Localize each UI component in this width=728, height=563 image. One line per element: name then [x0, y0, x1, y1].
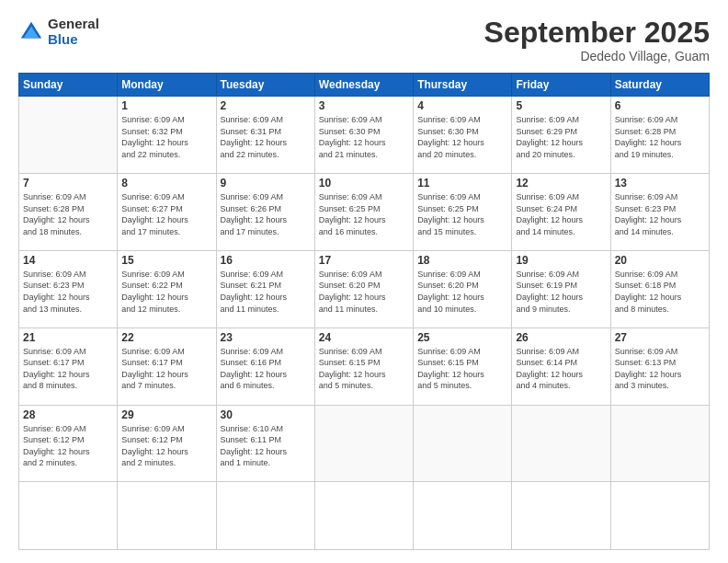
header-friday: Friday: [512, 74, 610, 97]
calendar-row: 7Sunrise: 6:09 AM Sunset: 6:28 PM Daylig…: [19, 174, 710, 251]
day-info: Sunrise: 6:09 AM Sunset: 6:28 PM Dayligh…: [615, 114, 705, 160]
day-info: Sunrise: 6:09 AM Sunset: 6:30 PM Dayligh…: [319, 114, 409, 160]
day-number: 1: [121, 99, 211, 112]
day-info: Sunrise: 6:09 AM Sunset: 6:16 PM Dayligh…: [221, 346, 311, 392]
day-number: 21: [23, 331, 113, 344]
day-info: Sunrise: 6:09 AM Sunset: 6:20 PM Dayligh…: [417, 269, 507, 315]
day-number: 20: [615, 254, 705, 267]
header-sunday: Sunday: [19, 74, 118, 97]
day-info: Sunrise: 6:09 AM Sunset: 6:12 PM Dayligh…: [23, 423, 113, 469]
calendar-row: [19, 482, 710, 550]
calendar-row: 28Sunrise: 6:09 AM Sunset: 6:12 PM Dayli…: [19, 405, 710, 482]
table-row: 28Sunrise: 6:09 AM Sunset: 6:12 PM Dayli…: [19, 405, 118, 482]
table-row: 26Sunrise: 6:09 AM Sunset: 6:14 PM Dayli…: [512, 327, 610, 405]
day-number: 11: [417, 177, 507, 190]
day-number: 23: [221, 331, 311, 344]
table-row: 3Sunrise: 6:09 AM Sunset: 6:30 PM Daylig…: [314, 97, 413, 174]
day-info: Sunrise: 6:09 AM Sunset: 6:32 PM Dayligh…: [121, 114, 211, 160]
day-number: 28: [23, 408, 113, 421]
day-number: 27: [615, 331, 705, 344]
table-row: [414, 405, 512, 482]
table-row: [610, 482, 709, 550]
day-info: Sunrise: 6:09 AM Sunset: 6:28 PM Dayligh…: [23, 191, 113, 237]
day-number: 9: [221, 177, 311, 190]
day-info: Sunrise: 6:09 AM Sunset: 6:25 PM Dayligh…: [417, 191, 507, 237]
header-monday: Monday: [118, 74, 216, 97]
table-row: [512, 405, 610, 482]
header-saturday: Saturday: [610, 74, 709, 97]
logo-text: General Blue: [48, 17, 99, 47]
day-info: Sunrise: 6:09 AM Sunset: 6:12 PM Dayligh…: [121, 423, 211, 469]
table-row: 12Sunrise: 6:09 AM Sunset: 6:24 PM Dayli…: [512, 174, 610, 251]
day-number: 10: [319, 177, 409, 190]
day-number: 8: [121, 177, 211, 190]
day-number: 16: [221, 254, 311, 267]
day-info: Sunrise: 6:09 AM Sunset: 6:20 PM Dayligh…: [319, 269, 409, 315]
table-row: 24Sunrise: 6:09 AM Sunset: 6:15 PM Dayli…: [314, 327, 413, 405]
day-info: Sunrise: 6:09 AM Sunset: 6:23 PM Dayligh…: [23, 269, 113, 315]
table-row: [216, 482, 314, 550]
day-info: Sunrise: 6:09 AM Sunset: 6:17 PM Dayligh…: [121, 346, 211, 392]
day-number: 24: [319, 331, 409, 344]
table-row: 27Sunrise: 6:09 AM Sunset: 6:13 PM Dayli…: [610, 327, 709, 405]
day-number: 30: [221, 408, 311, 421]
header-thursday: Thursday: [414, 74, 512, 97]
table-row: 17Sunrise: 6:09 AM Sunset: 6:20 PM Dayli…: [314, 250, 413, 327]
table-row: [414, 482, 512, 550]
day-info: Sunrise: 6:09 AM Sunset: 6:21 PM Dayligh…: [221, 269, 311, 315]
day-info: Sunrise: 6:10 AM Sunset: 6:11 PM Dayligh…: [221, 423, 311, 469]
logo-blue: Blue: [48, 32, 99, 48]
table-row: 4Sunrise: 6:09 AM Sunset: 6:30 PM Daylig…: [414, 97, 512, 174]
day-info: Sunrise: 6:09 AM Sunset: 6:23 PM Dayligh…: [615, 191, 705, 237]
location-subtitle: Dededo Village, Guam: [484, 49, 710, 63]
logo-general: General: [48, 17, 99, 32]
table-row: 11Sunrise: 6:09 AM Sunset: 6:25 PM Dayli…: [414, 174, 512, 251]
table-row: [118, 482, 216, 550]
day-info: Sunrise: 6:09 AM Sunset: 6:30 PM Dayligh…: [417, 114, 507, 160]
day-info: Sunrise: 6:09 AM Sunset: 6:15 PM Dayligh…: [319, 346, 409, 392]
day-number: 4: [417, 99, 507, 112]
day-number: 19: [516, 254, 606, 267]
table-row: 23Sunrise: 6:09 AM Sunset: 6:16 PM Dayli…: [216, 327, 314, 405]
table-row: 2Sunrise: 6:09 AM Sunset: 6:31 PM Daylig…: [216, 97, 314, 174]
table-row: 5Sunrise: 6:09 AM Sunset: 6:29 PM Daylig…: [512, 97, 610, 174]
table-row: 22Sunrise: 6:09 AM Sunset: 6:17 PM Dayli…: [118, 327, 216, 405]
day-info: Sunrise: 6:09 AM Sunset: 6:15 PM Dayligh…: [417, 346, 507, 392]
weekday-header-row: Sunday Monday Tuesday Wednesday Thursday…: [19, 74, 710, 97]
day-number: 25: [417, 331, 507, 344]
table-row: 6Sunrise: 6:09 AM Sunset: 6:28 PM Daylig…: [610, 97, 709, 174]
day-info: Sunrise: 6:09 AM Sunset: 6:25 PM Dayligh…: [319, 191, 409, 237]
day-number: 6: [615, 99, 705, 112]
table-row: 7Sunrise: 6:09 AM Sunset: 6:28 PM Daylig…: [19, 174, 118, 251]
day-number: 22: [121, 331, 211, 344]
day-info: Sunrise: 6:09 AM Sunset: 6:29 PM Dayligh…: [516, 114, 606, 160]
table-row: 16Sunrise: 6:09 AM Sunset: 6:21 PM Dayli…: [216, 250, 314, 327]
header: General Blue September 2025 Dededo Villa…: [18, 17, 710, 63]
table-row: 29Sunrise: 6:09 AM Sunset: 6:12 PM Dayli…: [118, 405, 216, 482]
table-row: [314, 405, 413, 482]
table-row: [19, 482, 118, 550]
table-row: [512, 482, 610, 550]
logo: General Blue: [18, 17, 99, 47]
day-info: Sunrise: 6:09 AM Sunset: 6:19 PM Dayligh…: [516, 269, 606, 315]
table-row: 13Sunrise: 6:09 AM Sunset: 6:23 PM Dayli…: [610, 174, 709, 251]
calendar-row: 21Sunrise: 6:09 AM Sunset: 6:17 PM Dayli…: [19, 327, 710, 405]
table-row: 20Sunrise: 6:09 AM Sunset: 6:18 PM Dayli…: [610, 250, 709, 327]
table-row: [19, 97, 118, 174]
day-info: Sunrise: 6:09 AM Sunset: 6:17 PM Dayligh…: [23, 346, 113, 392]
table-row: 1Sunrise: 6:09 AM Sunset: 6:32 PM Daylig…: [118, 97, 216, 174]
day-info: Sunrise: 6:09 AM Sunset: 6:18 PM Dayligh…: [615, 269, 705, 315]
calendar-table: Sunday Monday Tuesday Wednesday Thursday…: [18, 73, 710, 550]
day-info: Sunrise: 6:09 AM Sunset: 6:13 PM Dayligh…: [615, 346, 705, 392]
day-info: Sunrise: 6:09 AM Sunset: 6:22 PM Dayligh…: [121, 269, 211, 315]
table-row: 21Sunrise: 6:09 AM Sunset: 6:17 PM Dayli…: [19, 327, 118, 405]
day-number: 14: [23, 254, 113, 267]
day-info: Sunrise: 6:09 AM Sunset: 6:24 PM Dayligh…: [516, 191, 606, 237]
table-row: 30Sunrise: 6:10 AM Sunset: 6:11 PM Dayli…: [216, 405, 314, 482]
day-number: 15: [121, 254, 211, 267]
table-row: [314, 482, 413, 550]
day-number: 12: [516, 177, 606, 190]
day-number: 29: [121, 408, 211, 421]
title-block: September 2025 Dededo Village, Guam: [484, 17, 710, 63]
day-number: 18: [417, 254, 507, 267]
